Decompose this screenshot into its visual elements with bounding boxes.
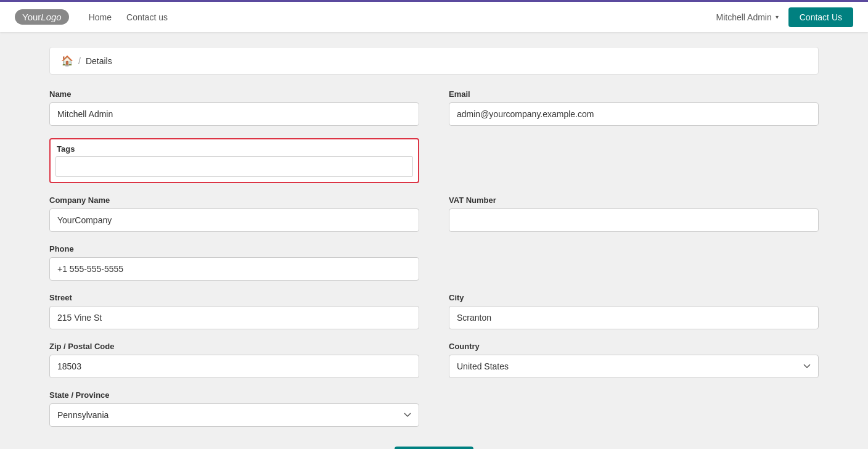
- vat-group: VAT Number: [449, 196, 819, 232]
- name-input[interactable]: [49, 102, 419, 126]
- company-input[interactable]: [49, 208, 419, 232]
- state-select[interactable]: Pennsylvania California New York Texas F…: [49, 403, 419, 427]
- row-phone: Phone: [49, 244, 819, 281]
- email-input[interactable]: [449, 102, 819, 126]
- zip-label: Zip / Postal Code: [49, 342, 419, 351]
- breadcrumb-current: Details: [86, 56, 112, 66]
- logo: YourLogo: [15, 9, 69, 25]
- state-label: State / Province: [49, 390, 419, 400]
- tags-group: Tags: [49, 138, 419, 183]
- navbar-left: YourLogo Home Contact us: [15, 9, 168, 25]
- phone-label: Phone: [49, 244, 419, 253]
- row-company-vat: Company Name VAT Number: [49, 196, 819, 232]
- tags-input[interactable]: [55, 156, 413, 177]
- navbar: YourLogo Home Contact us Mitchell Admin …: [0, 0, 868, 32]
- street-group: Street: [49, 293, 419, 329]
- country-group: Country United States Canada United King…: [449, 342, 819, 378]
- zip-input[interactable]: [49, 355, 419, 378]
- phone-input[interactable]: [49, 257, 419, 281]
- nav-contact[interactable]: Contact us: [126, 12, 168, 22]
- state-group: State / Province Pennsylvania California…: [49, 390, 419, 427]
- city-group: City: [449, 293, 819, 329]
- confirm-row: Confirm →: [49, 447, 819, 449]
- street-label: Street: [49, 293, 419, 302]
- breadcrumb-separator: /: [78, 56, 81, 66]
- contact-us-button[interactable]: Contact Us: [788, 7, 853, 27]
- name-group: Name: [49, 89, 419, 126]
- row-street-city: Street City: [49, 293, 819, 329]
- email-label: Email: [449, 89, 819, 99]
- company-group: Company Name: [49, 196, 419, 232]
- row-name-email: Name Email: [49, 89, 819, 126]
- empty-right-state: [449, 390, 819, 427]
- breadcrumb: 🏠 / Details: [49, 47, 819, 75]
- country-select[interactable]: United States Canada United Kingdom Aust…: [449, 355, 819, 378]
- nav-links: Home Contact us: [89, 12, 168, 22]
- country-label: Country: [449, 342, 819, 351]
- row-state: State / Province Pennsylvania California…: [49, 390, 819, 427]
- user-menu[interactable]: Mitchell Admin ▾: [716, 12, 778, 22]
- city-label: City: [449, 293, 819, 302]
- empty-right-tags: [449, 138, 819, 183]
- company-label: Company Name: [49, 196, 419, 205]
- navbar-right: Mitchell Admin ▾ Contact Us: [716, 7, 853, 27]
- row-tags: Tags: [49, 138, 819, 183]
- tags-group-wrapper: Tags: [49, 138, 419, 183]
- vat-input[interactable]: [449, 208, 819, 232]
- city-input[interactable]: [449, 306, 819, 329]
- nav-home[interactable]: Home: [89, 12, 112, 22]
- email-group: Email: [449, 89, 819, 126]
- logo-text: YourLogo: [22, 12, 62, 22]
- phone-group: Phone: [49, 244, 419, 281]
- user-name-label: Mitchell Admin: [716, 12, 771, 22]
- chevron-down-icon: ▾: [776, 14, 779, 20]
- zip-group: Zip / Postal Code: [49, 342, 419, 378]
- main-content: 🏠 / Details Name Email Tags: [0, 32, 868, 449]
- form-container: Name Email Tags Company Name: [49, 89, 819, 449]
- row-zip-country: Zip / Postal Code Country United States …: [49, 342, 819, 378]
- street-input[interactable]: [49, 306, 419, 329]
- vat-label: VAT Number: [449, 196, 819, 205]
- empty-right-phone: [449, 244, 819, 281]
- name-label: Name: [49, 89, 419, 99]
- tags-label: Tags: [55, 144, 413, 154]
- breadcrumb-home-icon[interactable]: 🏠: [61, 55, 73, 67]
- confirm-button[interactable]: Confirm →: [395, 447, 473, 449]
